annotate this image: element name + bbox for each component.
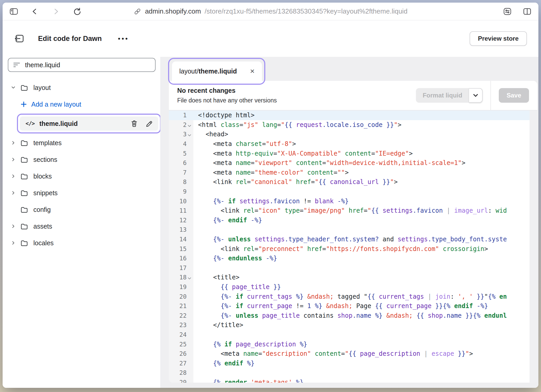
line-number-6[interactable]: 6 [169,158,193,168]
sidebar-item-assets[interactable]: assets [8,219,156,234]
line-number-2[interactable]: 2 [169,120,193,130]
format-liquid-dropdown[interactable] [469,88,483,103]
code-line-5[interactable]: <meta http-equiv="X-UA-Compatible" conte… [193,149,530,158]
code-line-4[interactable]: <meta charset="utf-8"> [193,139,530,149]
sidebar-toggle-icon[interactable] [9,7,18,16]
file-tree: layoutAdd a new layout</>theme.liquidtem… [8,80,156,250]
code-line-15[interactable]: <link rel="preconnect" href="https://fon… [193,244,530,254]
app-header: Edit code for Dawn ••• Preview store [3,20,538,57]
code-line-9[interactable] [193,187,530,197]
line-number-23[interactable]: 23 [169,320,193,330]
chevron-right-icon[interactable] [10,240,17,246]
code-line-19[interactable]: {{ page_title }} [193,282,530,292]
sidebar-item-config[interactable]: config [8,202,156,217]
code-line-2[interactable]: <html class="js" lang="{{ request.locale… [193,120,530,130]
tab-close-icon[interactable]: × [250,67,255,75]
reload-button-icon[interactable] [72,7,81,16]
line-number-25[interactable]: 25 [169,339,193,349]
code-line-29[interactable]: {% render 'meta-tags' %} [193,378,530,383]
fold-toggle-icon[interactable] [187,134,192,137]
line-number-16[interactable]: 16 [169,254,193,263]
line-number-18[interactable]: 18 [169,273,193,282]
forward-button-icon[interactable] [52,7,60,16]
code-line-14[interactable]: {%- unless settings.type_header_font.sys… [193,235,530,244]
line-number-17[interactable]: 17 [169,263,193,273]
code-line-3[interactable]: <head> [193,130,530,139]
sidebar-item-theme-liquid[interactable]: </>theme.liquid [20,117,158,131]
preview-store-button[interactable]: Preview store [470,31,527,46]
line-number-21[interactable]: 21 [169,301,193,311]
line-number-27[interactable]: 27 [169,358,193,368]
sidebar-item-snippets[interactable]: snippets [8,186,156,200]
line-number-8[interactable]: 8 [169,177,193,187]
line-number-5[interactable]: 5 [169,149,193,158]
code-line-23[interactable]: </title> [193,320,530,330]
line-number-15[interactable]: 15 [169,244,193,254]
code-line-8[interactable]: <link rel="canonical" href="{{ canonical… [193,177,530,187]
chevron-right-icon[interactable] [10,223,17,229]
code-line-25[interactable]: {% if page_description %} [193,339,530,349]
code-line-27[interactable]: {% endif %} [193,358,530,368]
save-button[interactable]: Save [499,88,529,103]
code-line-22[interactable]: {%- unless page_title contains shop.name… [193,311,530,320]
sidebar-item-locales[interactable]: locales [8,236,156,250]
sidebar-item-layout[interactable]: layout [8,80,156,95]
code-line-1[interactable]: <!doctype html> [193,111,530,120]
exit-editor-icon[interactable] [14,34,24,44]
code-line-18[interactable]: <title> [193,273,530,282]
code-line-28[interactable] [193,368,530,378]
code-line-7[interactable]: <meta name="theme-color" content=""> [193,168,530,177]
back-button-icon[interactable] [31,7,39,16]
fold-toggle-icon[interactable] [187,277,192,280]
tab-layout-theme-liquid[interactable]: layout/theme.liquid × [172,62,262,81]
line-number-1[interactable]: 1 [169,111,193,120]
line-number-9[interactable]: 9 [169,187,193,197]
split-view-icon[interactable] [523,7,532,16]
overflow-menu-button[interactable]: ••• [118,35,129,43]
code-line-6[interactable]: <meta name="viewport" content="width=dev… [193,158,530,168]
code-line-11[interactable]: <link rel="icon" type="image/png" href="… [193,206,530,216]
line-number-28[interactable]: 28 [169,368,193,378]
code-line-12[interactable]: {%- endif -%} [193,216,530,225]
line-number-12[interactable]: 12 [169,216,193,225]
line-number-11[interactable]: 11 [169,206,193,216]
sidebar-item-add-a-new-layout[interactable]: Add a new layout [8,97,156,112]
code-line-17[interactable] [193,263,530,273]
sidebar-item-blocks[interactable]: blocks [8,169,156,183]
chevron-right-icon[interactable] [10,156,17,163]
line-number-24[interactable]: 24 [169,330,193,340]
line-number-3[interactable]: 3 [169,130,193,139]
editor-scrollbar[interactable] [530,111,537,383]
code-line-21[interactable]: {%- if current_page != 1 %} &ndash; Page… [193,301,530,311]
delete-file-icon[interactable] [131,120,138,127]
sidebar-item-sections[interactable]: sections [8,152,156,167]
line-number-14[interactable]: 14 [169,235,193,244]
fold-toggle-icon[interactable] [187,125,192,127]
chevron-down-icon[interactable] [10,84,17,91]
line-number-10[interactable]: 10 [169,196,193,206]
sidebar-item-templates[interactable]: templates [8,136,156,150]
editor-code[interactable]: <!doctype html><html class="js" lang="{{… [193,111,530,383]
line-number-22[interactable]: 22 [169,311,193,320]
line-number-7[interactable]: 7 [169,168,193,177]
format-liquid-button[interactable]: Format liquid [416,88,469,103]
line-number-4[interactable]: 4 [169,139,193,149]
line-number-26[interactable]: 26 [169,349,193,359]
chevron-right-icon[interactable] [10,190,17,196]
file-filter-input[interactable]: theme.liquid [8,58,156,72]
code-line-16[interactable]: {%- endunless -%} [193,254,530,263]
code-line-20[interactable]: {%- if current_tags %} &ndash; tagged "{… [193,292,530,301]
page-settings-icon[interactable] [503,7,512,16]
line-number-20[interactable]: 20 [169,292,193,301]
line-number-13[interactable]: 13 [169,225,193,235]
code-line-26[interactable]: <meta name="description" content="{{ pag… [193,349,530,359]
code-line-13[interactable] [193,225,530,235]
line-number-19[interactable]: 19 [169,282,193,292]
chevron-right-icon[interactable] [10,140,17,146]
url-bar[interactable]: admin.shopify.com/store/rzq1xu-f5/themes… [133,7,407,15]
code-line-10[interactable]: {%- if settings.favicon != blank -%} [193,196,530,206]
rename-file-icon[interactable] [145,120,152,127]
chevron-right-icon[interactable] [10,173,17,179]
line-number-29[interactable]: 29 [169,378,193,383]
code-line-24[interactable] [193,330,530,340]
